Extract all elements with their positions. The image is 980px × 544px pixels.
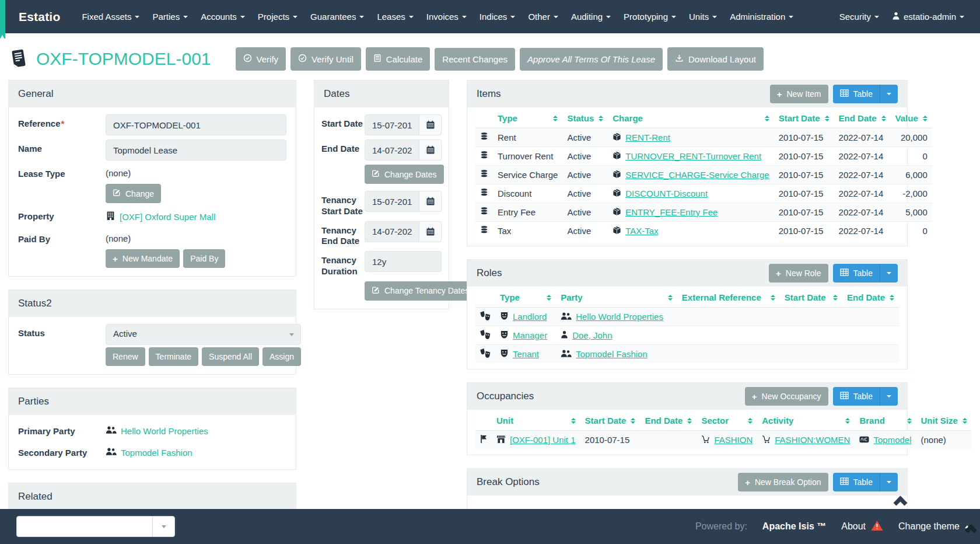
roles-table-view-button[interactable]: Table bbox=[833, 264, 898, 283]
table-view-caret[interactable] bbox=[880, 473, 898, 491]
property-link[interactable]: [OXF] Oxford Super Mall bbox=[106, 211, 215, 222]
role-type-link[interactable]: Tenant bbox=[500, 349, 539, 360]
col-end-date[interactable]: End Date bbox=[640, 411, 696, 431]
col-value[interactable]: Value bbox=[891, 109, 932, 128]
change-dates-button[interactable]: Change Dates bbox=[365, 165, 444, 184]
calendar-icon[interactable] bbox=[419, 191, 442, 212]
role-party-link[interactable]: Doe, John bbox=[561, 330, 612, 340]
warning-icon[interactable] bbox=[871, 520, 883, 533]
col-charge[interactable]: Charge bbox=[608, 109, 774, 128]
role-type-link[interactable]: Manager bbox=[500, 330, 547, 341]
menu-fixed-assets[interactable]: Fixed Assets bbox=[75, 0, 146, 33]
col-start-date[interactable]: Start Date bbox=[774, 109, 834, 128]
col-end-date[interactable]: End Date bbox=[834, 109, 891, 128]
charge-link[interactable]: TAX-Tax bbox=[612, 226, 658, 236]
tenancy-duration-input[interactable] bbox=[365, 251, 442, 272]
col-start-date[interactable]: Start Date bbox=[580, 411, 640, 431]
col-activity[interactable]: Activity bbox=[757, 411, 855, 431]
col-sector[interactable]: Sector bbox=[696, 411, 757, 431]
role-party-link[interactable]: Hello World Properties bbox=[561, 312, 663, 322]
change-theme-link[interactable]: Change theme bbox=[898, 521, 970, 532]
col-type[interactable]: Type bbox=[493, 109, 562, 128]
secondary-party-link[interactable]: Topmodel Fashion bbox=[106, 447, 192, 458]
apache-isis-link[interactable]: Apache Isis ™ bbox=[762, 521, 826, 532]
new-break-option-button[interactable]: +New Break Option bbox=[738, 473, 828, 491]
activity-link[interactable]: FASHION:WOMEN bbox=[762, 435, 850, 445]
col-unit[interactable]: Unit bbox=[492, 411, 580, 431]
occupancies-table-view-button[interactable]: Table bbox=[833, 387, 898, 406]
charge-link[interactable]: RENT-Rent bbox=[612, 132, 670, 143]
terminate-button[interactable]: Terminate bbox=[149, 347, 198, 366]
role-type-link[interactable]: Landlord bbox=[500, 312, 547, 322]
name-input[interactable] bbox=[106, 140, 286, 161]
new-role-button[interactable]: +New Role bbox=[769, 264, 828, 283]
col-external-reference[interactable]: External Reference bbox=[677, 288, 780, 308]
recent-changes-button[interactable]: Recent Changes bbox=[435, 48, 515, 71]
approve-all-terms-button[interactable]: Approve All Terms Of This Lease bbox=[520, 48, 663, 71]
change-lease-type-button[interactable]: Change bbox=[106, 184, 161, 203]
app-brand[interactable]: Estatio bbox=[19, 10, 60, 24]
col-brand[interactable]: Brand bbox=[855, 411, 916, 431]
assign-button[interactable]: Assign bbox=[262, 347, 301, 366]
tenancy-start-date-input[interactable] bbox=[365, 191, 419, 212]
verify-button[interactable]: Verify bbox=[236, 47, 286, 71]
col-type[interactable]: Type bbox=[495, 288, 556, 308]
reference-input[interactable] bbox=[106, 114, 286, 135]
menu-administration[interactable]: Administration bbox=[723, 0, 800, 33]
charge-link[interactable]: ENTRY_FEE-Entry Fee bbox=[612, 207, 718, 218]
charge-link[interactable]: DISCOUNT-Discount bbox=[612, 189, 708, 199]
calculate-button[interactable]: Calculate bbox=[366, 47, 430, 71]
menu-auditing[interactable]: Auditing bbox=[565, 0, 617, 33]
charge-link[interactable]: TURNOVER_RENT-Turnover Rent bbox=[612, 151, 761, 162]
start-date-input[interactable] bbox=[365, 114, 419, 135]
new-item-button[interactable]: +New Item bbox=[770, 85, 828, 103]
primary-party-link[interactable]: Hello World Properties bbox=[106, 426, 208, 436]
col-status[interactable]: Status bbox=[562, 109, 608, 128]
menu-accounts[interactable]: Accounts bbox=[194, 0, 251, 33]
col-end-date[interactable]: End Date bbox=[842, 288, 899, 308]
col-party[interactable]: Party bbox=[556, 288, 677, 308]
items-table-view-button[interactable]: Table bbox=[833, 85, 898, 103]
flag-icon[interactable] bbox=[475, 431, 492, 449]
renew-button[interactable]: Renew bbox=[106, 347, 145, 366]
paid-by-button[interactable]: Paid By bbox=[183, 249, 225, 268]
download-layout-button[interactable]: Download Layout bbox=[667, 47, 764, 71]
menu-projects[interactable]: Projects bbox=[251, 0, 304, 33]
footer-prompt-select[interactable] bbox=[16, 516, 175, 537]
menu-units[interactable]: Units bbox=[682, 0, 723, 33]
table-row: Turnover RentActive TURNOVER_RENT-Turnov… bbox=[475, 147, 932, 166]
col-start-date[interactable]: Start Date bbox=[780, 288, 842, 308]
new-occupancy-button[interactable]: +New Occupancy bbox=[745, 387, 828, 406]
calendar-icon[interactable] bbox=[419, 221, 442, 242]
tenancy-end-date-input[interactable] bbox=[365, 221, 419, 242]
verify-until-button[interactable]: Verify Until bbox=[290, 47, 361, 71]
menu-invoices[interactable]: Invoices bbox=[420, 0, 473, 33]
sector-link[interactable]: FASHION bbox=[701, 435, 752, 445]
menu-other[interactable]: Other bbox=[522, 0, 565, 33]
calendar-icon[interactable] bbox=[419, 140, 442, 161]
change-tenancy-dates-button[interactable]: Change Tenancy Dates bbox=[365, 281, 476, 301]
unit-link[interactable]: [OXF-001] Unit 1 bbox=[496, 435, 576, 445]
status-select[interactable]: Active bbox=[106, 324, 301, 345]
menu-user[interactable]: estatio-admin bbox=[886, 0, 971, 33]
menu-guarantees[interactable]: Guarantees bbox=[304, 0, 370, 33]
end-date-input[interactable] bbox=[365, 140, 419, 161]
calendar-icon[interactable] bbox=[419, 114, 442, 135]
menu-indices[interactable]: Indices bbox=[473, 0, 522, 33]
col-unit-size[interactable]: Unit Size bbox=[916, 411, 972, 431]
charge-link[interactable]: SERVICE_CHARGE-Service Charge bbox=[612, 170, 769, 180]
break-options-table-view-button[interactable]: Table bbox=[833, 473, 898, 491]
menu-security[interactable]: Security bbox=[833, 0, 886, 33]
suspend-all-button[interactable]: Suspend All bbox=[202, 347, 259, 366]
chevron-down-icon[interactable] bbox=[152, 517, 174, 536]
table-view-caret[interactable] bbox=[880, 387, 898, 406]
table-view-caret[interactable] bbox=[880, 264, 898, 283]
menu-prototyping[interactable]: Prototyping bbox=[617, 0, 682, 33]
role-party-link[interactable]: Topmodel Fashion bbox=[561, 349, 648, 360]
menu-parties[interactable]: Parties bbox=[146, 0, 194, 33]
menu-leases[interactable]: Leases bbox=[370, 0, 419, 33]
new-mandate-button[interactable]: +New Mandate bbox=[106, 249, 180, 268]
brand-link[interactable]: Topmodel bbox=[859, 435, 911, 445]
table-view-caret[interactable] bbox=[880, 85, 898, 103]
about-link[interactable]: About bbox=[841, 520, 883, 533]
